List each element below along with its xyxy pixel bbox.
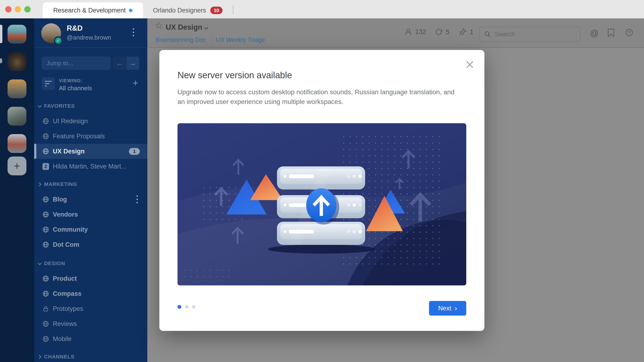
sidebar-item-vendors[interactable]: Vendors xyxy=(34,207,147,222)
pager-dot[interactable] xyxy=(192,305,196,308)
sidebar-item-mobile[interactable]: Mobile xyxy=(34,331,147,346)
sidebar-item-ui-redesign[interactable]: UI Redesign xyxy=(34,114,147,129)
sidebar-item-compass[interactable]: Compass xyxy=(34,286,147,301)
globe-icon xyxy=(42,148,49,154)
globe-icon xyxy=(42,290,49,297)
plug-icon xyxy=(434,28,443,36)
help-icon[interactable]: ? xyxy=(625,28,634,38)
pins-stat[interactable]: 1 xyxy=(458,28,474,36)
workspace-tab-orlando-designers[interactable]: Orlando Designers 10 xyxy=(153,2,222,18)
tab-label: Research & Development xyxy=(53,7,126,14)
workspace-tab-research-development[interactable]: Research & Development xyxy=(43,2,143,18)
members-stat[interactable]: 132 xyxy=(404,28,426,36)
workspace-avatar-5[interactable] xyxy=(8,134,26,153)
maximize-window-button[interactable] xyxy=(24,6,31,12)
close-window-button[interactable] xyxy=(5,6,12,12)
globe-icon xyxy=(42,196,49,203)
globe-icon xyxy=(42,118,49,124)
globe-icon xyxy=(42,275,49,282)
search-box[interactable] xyxy=(479,27,580,42)
window-tab-strip: Research & Development Orlando Designers… xyxy=(0,0,644,18)
viewing-value[interactable]: All channels xyxy=(59,84,92,92)
upgrade-modal: New server version available Upgrade now… xyxy=(159,50,484,331)
globe-icon xyxy=(42,241,49,248)
lock-icon xyxy=(42,306,49,312)
unread-dot xyxy=(129,9,132,12)
chevron-down-icon xyxy=(38,261,42,265)
star-icon[interactable]: ☆ xyxy=(155,20,163,31)
jump-to-input[interactable] xyxy=(42,56,111,70)
globe-icon xyxy=(42,226,49,233)
globe-icon xyxy=(42,320,49,327)
globe-icon xyxy=(42,336,49,342)
carousel-pagination xyxy=(178,305,196,309)
section-header-favorites[interactable]: FAVORITES xyxy=(34,98,147,114)
chevron-right-icon xyxy=(38,182,42,186)
sidebar-item-prototypes[interactable]: Prototypes xyxy=(34,301,147,316)
pager-dot-active[interactable] xyxy=(178,305,181,309)
chevron-right-icon xyxy=(38,355,42,359)
workspace-avatar-2[interactable] xyxy=(8,52,26,71)
sidebar-item-dot-com[interactable]: Dot Com xyxy=(34,237,147,252)
sidebar-item-product[interactable]: Product xyxy=(34,271,147,286)
subtab-ux-weekly-triage[interactable]: UX Weekly Triage xyxy=(216,36,265,44)
integrations-stat[interactable]: 5 xyxy=(434,28,450,36)
server-upgrade-illustration xyxy=(178,123,466,286)
sidebar-item-dm-hilda-steve[interactable]: 2 Hilda Martin, Steve Mart... xyxy=(34,159,147,174)
channel-header: ☆ UX Design Brainstorming Doc UX Weekly … xyxy=(147,18,644,48)
modal-title: New server version available xyxy=(178,70,292,80)
channel-title[interactable]: UX Design xyxy=(166,23,202,32)
active-workspace-indicator xyxy=(0,25,2,43)
search-input[interactable] xyxy=(495,31,572,38)
history-back-button[interactable]: ← xyxy=(113,56,126,70)
globe-icon xyxy=(42,133,49,140)
channel-menu-icon[interactable] xyxy=(136,196,138,204)
minimize-window-button[interactable] xyxy=(14,6,21,12)
section-header-design[interactable]: DESIGN xyxy=(34,256,147,271)
sidebar-item-ux-design[interactable]: UX Design 1 xyxy=(34,144,147,159)
workspace-avatar-3[interactable] xyxy=(8,80,26,98)
presence-check-icon: ✓ xyxy=(54,36,62,45)
unread-count-badge: 1 xyxy=(129,148,140,155)
search-icon xyxy=(484,31,491,38)
sidebar-item-blog[interactable]: Blog xyxy=(34,192,147,207)
modal-body-text: Upgrade now to access custom desktop not… xyxy=(178,87,463,106)
pin-icon xyxy=(458,28,467,36)
sidebar-item-feature-proposals[interactable]: Feature Proposals xyxy=(34,129,147,144)
workspace-avatar-4[interactable] xyxy=(8,107,26,126)
channel-subtabs: Brainstorming Doc UX Weekly Triage xyxy=(156,36,265,44)
workspace-avatar-1[interactable] xyxy=(8,25,26,44)
section-header-marketing[interactable]: MARKETING xyxy=(34,177,147,192)
user-handle: @andrew.brown xyxy=(67,34,111,41)
tab-label: Orlando Designers xyxy=(153,7,206,14)
dm-count-badge: 2 xyxy=(42,163,49,170)
person-icon xyxy=(404,28,412,36)
viewing-label: VIEWING: xyxy=(59,78,82,84)
svg-text:?: ? xyxy=(628,30,630,35)
add-channel-icon[interactable]: + xyxy=(133,78,138,88)
tab-unread-badge: 10 xyxy=(210,6,222,14)
next-button[interactable]: Next › xyxy=(429,301,466,316)
chevron-down-icon xyxy=(204,25,208,30)
close-icon[interactable] xyxy=(466,60,474,69)
sidebar-item-reviews[interactable]: Reviews xyxy=(34,316,147,331)
profile-menu-icon[interactable] xyxy=(133,28,134,36)
globe-icon xyxy=(42,211,49,218)
workspace-unread-dot xyxy=(0,58,2,63)
channel-filter-icon[interactable] xyxy=(42,77,55,90)
pager-dot[interactable] xyxy=(185,305,188,308)
chevron-down-icon xyxy=(38,104,42,108)
tab-divider xyxy=(233,5,233,14)
bookmark-icon[interactable] xyxy=(608,28,614,38)
history-forward-button[interactable]: → xyxy=(126,56,139,70)
subtab-brainstorming-doc[interactable]: Brainstorming Doc xyxy=(156,36,206,44)
add-workspace-button[interactable]: + xyxy=(8,156,26,175)
sidebar: ✓ R&D @andrew.brown ← → VIEWING: All cha… xyxy=(34,18,147,362)
mentions-at-icon[interactable]: @ xyxy=(590,28,599,38)
section-header-channels[interactable]: CHANNELS xyxy=(34,349,147,362)
sidebar-item-community[interactable]: Community xyxy=(34,222,147,237)
workspace-name: R&D xyxy=(67,24,82,32)
workspace-rail: + xyxy=(0,18,34,362)
profile-header: ✓ R&D @andrew.brown xyxy=(34,18,147,48)
